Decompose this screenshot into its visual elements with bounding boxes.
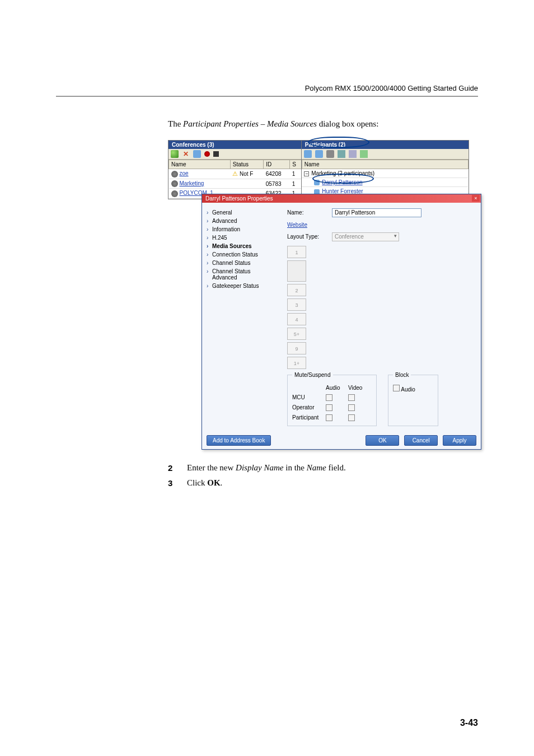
mute-icon[interactable]: [326, 150, 334, 158]
participant-video-checkbox[interactable]: [348, 414, 355, 421]
nav-channel-status-advanced[interactable]: Channel Status Advanced: [205, 267, 277, 282]
layout-slot[interactable]: 4: [287, 313, 306, 325]
step-number: 2: [168, 463, 178, 473]
conference-icon: [171, 180, 178, 187]
mute-suspend-group: Mute/Suspend Audio Video MCU Operator: [287, 375, 377, 426]
participants-toolbar: [302, 149, 469, 160]
collapse-icon[interactable]: −: [304, 171, 309, 176]
conferences-toolbar: ✕: [168, 149, 302, 160]
col-id[interactable]: ID: [264, 160, 290, 169]
conf-status: Not F: [240, 171, 253, 177]
close-icon[interactable]: ×: [472, 195, 480, 202]
table-row[interactable]: −Marketing (2 participants): [302, 169, 468, 178]
block-audio-checkbox[interactable]: [393, 385, 400, 391]
caption-italic: Participant Properties – Media Sources: [183, 119, 317, 128]
mute-suspend-title: Mute/Suspend: [292, 372, 333, 378]
layout-slot[interactable]: 1: [287, 246, 306, 258]
col-name[interactable]: Name: [302, 160, 468, 169]
operator-video-checkbox[interactable]: [348, 404, 355, 411]
nav-h245[interactable]: H.245: [205, 234, 277, 242]
dialog-main: Name: Website Layout Type: Conference 1 …: [280, 203, 481, 432]
ok-button[interactable]: OK: [366, 435, 399, 446]
name-field[interactable]: [332, 208, 421, 217]
participant-properties-dialog: Darryl Patterson Properties × General Ad…: [202, 194, 481, 450]
layout-slot[interactable]: 2: [287, 284, 306, 296]
figure-caption: The Participant Properties – Media Sourc…: [168, 119, 478, 129]
step-text: field.: [326, 463, 346, 472]
step-2: 2 Enter the new Display Name in the Name…: [168, 463, 478, 473]
nav-channel-status[interactable]: Channel Status: [205, 259, 277, 267]
step-text: .: [221, 478, 223, 487]
user-icon[interactable]: [193, 150, 201, 158]
layout-slot[interactable]: [287, 260, 306, 282]
conference-icon: [171, 171, 178, 178]
col-s[interactable]: S: [290, 160, 302, 169]
layout-slot[interactable]: 5+: [287, 328, 306, 340]
camera-icon[interactable]: [338, 150, 345, 158]
layout-icon[interactable]: [349, 150, 357, 158]
conf-name[interactable]: Marketing: [180, 180, 204, 186]
dialog-title-bar[interactable]: Darryl Patterson Properties ×: [202, 194, 481, 203]
apply-button[interactable]: Apply: [443, 435, 476, 446]
col-name[interactable]: Name: [169, 160, 231, 169]
name-label: Name:: [287, 209, 326, 216]
layout-slot[interactable]: 1+: [287, 357, 306, 369]
conferences-title: Conferences (3): [168, 141, 302, 149]
add-to-address-book-button[interactable]: Add to Address Book: [207, 435, 271, 446]
new-conference-icon[interactable]: [171, 150, 179, 158]
conf-s: 1: [290, 169, 302, 179]
conf-name[interactable]: zoe: [180, 170, 189, 176]
caption-suffix: dialog box opens:: [317, 119, 378, 128]
nav-gatekeeper-status[interactable]: Gatekeeper Status: [205, 282, 277, 290]
nav-general[interactable]: General: [205, 208, 277, 217]
delete-conference-icon[interactable]: ✕: [182, 150, 190, 158]
layout-slot[interactable]: 9: [287, 342, 306, 354]
nav-media-sources[interactable]: Media Sources: [205, 242, 277, 250]
participant-name[interactable]: Darryl Patterson: [322, 179, 362, 185]
step-text: Enter the new: [187, 463, 236, 472]
col-video: Video: [348, 385, 371, 391]
conf-id: 64208: [264, 169, 290, 179]
caption-prefix: The: [168, 119, 183, 128]
add-participant-icon[interactable]: [304, 150, 312, 158]
nav-connection-status[interactable]: Connection Status: [205, 250, 277, 259]
layout-slots: 1 2 3 4 5+ 9 1+: [287, 246, 474, 369]
conf-s: 1: [290, 179, 302, 189]
speaker-icon[interactable]: [360, 150, 368, 158]
nav-advanced[interactable]: Advanced: [205, 217, 277, 225]
website-link[interactable]: Website: [287, 222, 307, 228]
page-header: Polycom RMX 1500/2000/4000 Getting Start…: [56, 84, 478, 97]
group-name: Marketing (2 participants): [311, 170, 374, 176]
dialog-footer: Add to Address Book OK Cancel Apply: [202, 432, 481, 449]
table-row[interactable]: zoe ⚠ Not F 64208 1: [169, 169, 302, 179]
participant-audio-checkbox[interactable]: [326, 414, 332, 421]
step-number: 3: [168, 478, 178, 488]
operator-audio-checkbox[interactable]: [326, 404, 332, 411]
step-italic: Display Name: [236, 463, 283, 472]
layout-type-dropdown[interactable]: Conference: [332, 232, 399, 241]
participants-panel: Participants (2) Name −Marketing (2 part…: [301, 140, 469, 197]
stop-icon[interactable]: [213, 151, 219, 157]
dialog-title: Darryl Patterson Properties: [205, 195, 273, 202]
conf-id: 05783: [264, 179, 290, 189]
row-participant: Participant: [292, 414, 326, 421]
page-number: 3-43: [460, 718, 478, 728]
step-text: Click: [187, 478, 207, 487]
block-audio-label: Audio: [401, 386, 415, 393]
add-participant-alt-icon[interactable]: [315, 150, 323, 158]
col-status[interactable]: Status: [230, 160, 264, 169]
step-text: in the: [283, 463, 306, 472]
nav-information[interactable]: Information: [205, 225, 277, 234]
layout-slot[interactable]: 3: [287, 298, 306, 311]
mcu-audio-checkbox[interactable]: [326, 394, 332, 401]
conferences-table: Name Status ID S zoe ⚠ Not F 64208 1 Mar…: [168, 160, 302, 199]
table-row[interactable]: Marketing 05783 1: [169, 179, 302, 189]
record-icon[interactable]: [204, 151, 210, 157]
block-group: Block Audio: [388, 375, 438, 426]
cancel-button[interactable]: Cancel: [404, 435, 438, 446]
dialog-nav: General Advanced Information H.245 Media…: [202, 203, 280, 432]
table-row[interactable]: Darryl Patterson: [302, 178, 468, 187]
col-audio: Audio: [326, 385, 348, 391]
mcu-video-checkbox[interactable]: [348, 394, 355, 401]
conferences-panel: Conferences (3) ✕ Name Status ID S zoe ⚠…: [168, 140, 302, 199]
